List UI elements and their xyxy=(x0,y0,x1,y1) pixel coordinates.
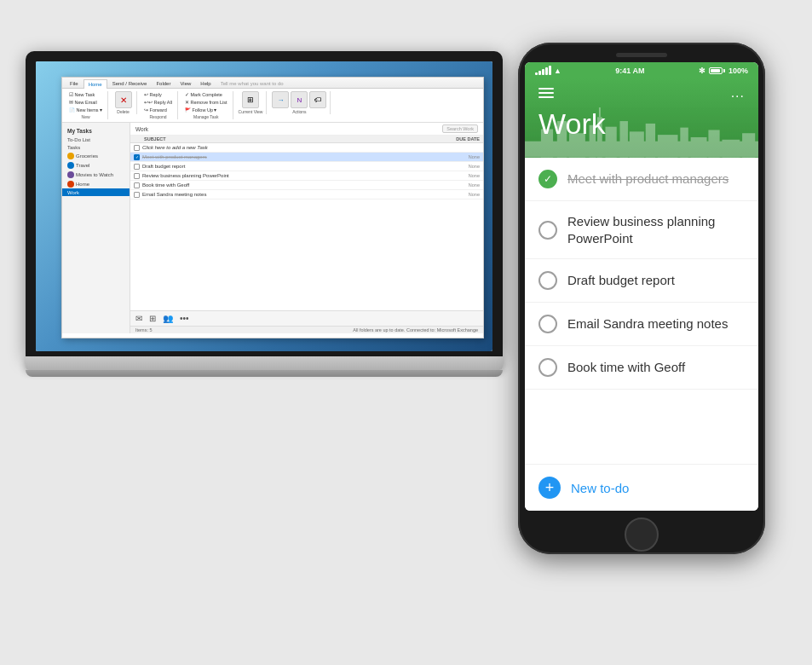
onenote-button[interactable]: N xyxy=(291,91,308,108)
movies-icon xyxy=(67,171,74,178)
phone-header: ... Work xyxy=(525,78,758,158)
follow-up-button[interactable]: 🚩 Follow Up ▾ xyxy=(183,107,229,113)
phone-task-item-email[interactable]: Email Sandra meeting notes xyxy=(525,303,758,346)
task-circle-book[interactable] xyxy=(538,358,557,377)
new-task-row[interactable]: Click here to add a new Task xyxy=(130,143,483,153)
outlook-main: Work Search Work SUBJECT DUE DATE xyxy=(130,123,483,333)
task-list-header: Work Search Work xyxy=(130,123,483,136)
sidebar-item-home[interactable]: Home xyxy=(62,179,130,188)
task-text-meet: Meet with product managers xyxy=(567,171,745,188)
ribbon-tab-home[interactable]: Home xyxy=(84,79,107,89)
phone-screen: ▲ 9:41 AM ✻ 100% xyxy=(525,62,758,511)
sidebar-item-work[interactable]: Work xyxy=(62,188,130,196)
laptop-base xyxy=(26,356,503,370)
phone-task-item-book[interactable]: Book time with Geoff xyxy=(525,346,758,390)
task-text-email: Email Sandra meeting notes xyxy=(567,315,745,332)
task-text-book: Book time with Geoff xyxy=(567,359,745,376)
scene: File Home Send / Receive Folder View Hel… xyxy=(0,0,812,665)
outlook-window: File Home Send / Receive Folder View Hel… xyxy=(61,77,484,338)
calendar-nav-icon[interactable]: ⊞ xyxy=(147,313,158,324)
task-table-header: SUBJECT DUE DATE xyxy=(130,136,483,143)
new-task-button[interactable]: ☑ New Task xyxy=(67,91,104,98)
outlook-status-bar: Items: 5 All folders are up to date. Con… xyxy=(130,326,483,333)
people-nav-icon[interactable]: 👥 xyxy=(161,313,175,324)
ribbon-group-actions: → N 🏷 Actions xyxy=(270,91,331,114)
task-text-review: Review business planning PowerPoint xyxy=(567,213,745,246)
task-circle-draft[interactable] xyxy=(538,271,557,290)
svg-rect-15 xyxy=(722,140,740,158)
task-circle-email[interactable] xyxy=(538,315,557,333)
groceries-icon xyxy=(67,153,74,159)
task-row-email[interactable]: Email Sandra meeting notes None xyxy=(130,190,483,200)
task-row-review[interactable]: Review business planning PowerPoint None xyxy=(130,171,483,181)
travel-icon xyxy=(67,162,74,169)
categorize-button[interactable]: 🏷 xyxy=(309,91,326,108)
phone-home-button[interactable] xyxy=(625,518,659,552)
forward-button[interactable]: ↪ Forward xyxy=(142,107,174,113)
more-nav-icon[interactable]: ••• xyxy=(178,313,191,324)
phone-speaker xyxy=(616,53,667,57)
sidebar-item-todolist[interactable]: To-Do List xyxy=(62,136,130,143)
ribbon-group-new: ☑ New Task ✉ New Email 📄 New Items ▾ New xyxy=(66,91,108,119)
sidebar-item-groceries[interactable]: Groceries xyxy=(62,151,130,160)
outlook-sidebar: My Tasks To-Do List Tasks Groceries xyxy=(62,123,130,333)
phone-status-bar: ▲ 9:41 AM ✻ 100% xyxy=(525,62,758,78)
phone-task-item-review[interactable]: Review business planning PowerPoint xyxy=(525,201,758,259)
add-todo-label: New to-do xyxy=(571,481,629,495)
phone: ▲ 9:41 AM ✻ 100% xyxy=(518,43,765,554)
change-view-button[interactable]: ⊞ xyxy=(242,91,259,108)
status-right: ✻ 100% xyxy=(699,66,748,75)
task-row-book[interactable]: Book time with Geoff None xyxy=(130,181,483,190)
ribbon-group-delete: ✕ Delete xyxy=(112,91,137,114)
ribbon-tab-help[interactable]: Help xyxy=(196,79,215,88)
ribbon-group-manage-task: ✓ Mark Complete ✕ Remove from List 🚩 Fol… xyxy=(181,91,233,119)
task-row-budget[interactable]: Draft budget report None xyxy=(130,162,483,171)
ribbon-buttons: ☑ New Task ✉ New Email 📄 New Items ▾ New… xyxy=(62,89,483,122)
ribbon-tab-send[interactable]: Send / Receive xyxy=(108,79,152,88)
task-checkbox-budget[interactable] xyxy=(134,164,140,170)
ribbon-tab-view[interactable]: View xyxy=(176,79,195,88)
move-button[interactable]: → xyxy=(272,91,289,108)
reply-button[interactable]: ↩ Reply xyxy=(142,91,174,98)
delete-button[interactable]: ✕ xyxy=(115,91,132,108)
task-text-draft: Draft budget report xyxy=(567,272,745,289)
new-task-checkbox xyxy=(134,145,140,151)
bluetooth-icon: ✻ xyxy=(699,66,705,75)
ribbon-tab-tell[interactable]: Tell me what you want to do xyxy=(216,79,288,88)
remove-from-list-button[interactable]: ✕ Remove from List xyxy=(183,99,229,106)
phone-task-item-meet[interactable]: ✓ Meet with product managers xyxy=(525,158,758,201)
task-checkbox-meet[interactable]: ✓ xyxy=(134,154,140,160)
phone-title: Work xyxy=(538,107,745,141)
task-circle-meet[interactable]: ✓ xyxy=(538,170,557,188)
phone-tasks-list: ✓ Meet with product managers Review busi… xyxy=(525,158,758,390)
signal-icon xyxy=(535,66,551,75)
phone-frame: ▲ 9:41 AM ✻ 100% xyxy=(518,43,765,554)
reply-all-button[interactable]: ↩↩ Reply All xyxy=(142,99,174,106)
task-row-meet[interactable]: ✓ Meet with product managers None xyxy=(130,153,483,162)
laptop-foot xyxy=(26,370,503,377)
laptop-bezel: File Home Send / Receive Folder View Hel… xyxy=(26,51,503,356)
sidebar-item-tasks[interactable]: Tasks xyxy=(62,143,130,151)
sidebar-item-travel[interactable]: Travel xyxy=(62,160,130,170)
mark-complete-button[interactable]: ✓ Mark Complete xyxy=(183,91,229,98)
task-checkbox-email[interactable] xyxy=(134,192,140,198)
ribbon-tab-file[interactable]: File xyxy=(66,79,83,88)
phone-task-item-draft[interactable]: Draft budget report xyxy=(525,259,758,303)
search-box[interactable]: Search Work xyxy=(442,124,478,133)
sidebar-item-movies[interactable]: Movies to Watch xyxy=(62,170,130,179)
ribbon-tab-folder[interactable]: Folder xyxy=(152,79,175,88)
new-email-button[interactable]: ✉ New Email xyxy=(67,99,104,106)
connection-status: All folders are up to date. Connected to… xyxy=(353,327,478,332)
outlook-bottom-nav: ✉ ⊞ 👥 ••• xyxy=(130,310,483,326)
ribbon-group-current-view: ⊞ Current View xyxy=(237,91,268,114)
new-items-button[interactable]: 📄 New Items ▾ xyxy=(67,107,104,113)
items-count: Items: 5 xyxy=(135,327,153,332)
laptop: File Home Send / Receive Folder View Hel… xyxy=(26,51,503,377)
task-checkbox-book[interactable] xyxy=(134,182,140,188)
task-circle-review[interactable] xyxy=(538,221,557,240)
add-todo-button[interactable]: + New to-do xyxy=(525,464,758,511)
task-checkbox-review[interactable] xyxy=(134,173,140,179)
mail-nav-icon[interactable]: ✉ xyxy=(134,313,144,324)
battery-icon xyxy=(709,67,725,74)
home-icon xyxy=(67,181,74,188)
